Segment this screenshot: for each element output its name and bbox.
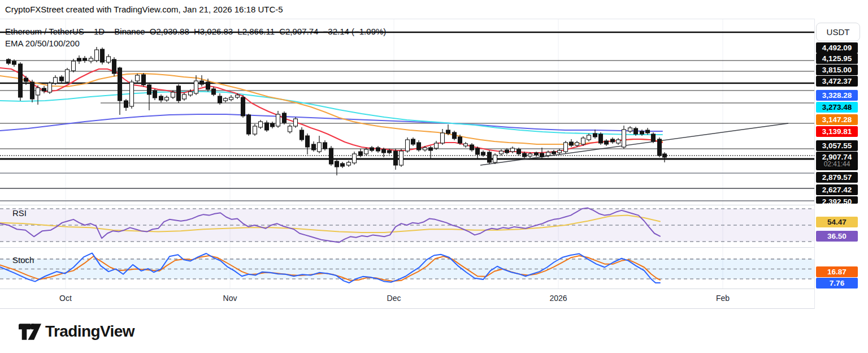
price-scale-label: 3,147.28: [816, 114, 858, 125]
price-scale-label: 7.76: [816, 278, 858, 289]
price-scale-label: 2,627.42: [816, 184, 858, 195]
currency-usdt-button[interactable]: USDT: [816, 23, 860, 41]
chart-canvas[interactable]: [0, 0, 868, 353]
axis-label-dec: Dec: [387, 294, 401, 303]
price-scale-label: 2,879.57: [816, 172, 858, 183]
price-scale[interactable]: USDT 100.00 4,492.094,125.953,815.003,47…: [814, 19, 868, 309]
tradingview-chart-screenshot: CryptoFXStreet created with TradingView.…: [0, 0, 868, 353]
stoch-pane-label[interactable]: Stoch: [12, 255, 34, 265]
ohlc-low: L2,866.11: [237, 27, 275, 36]
price-scale-label: 2,392.50: [816, 196, 858, 204]
current-price-label: 2,907.7402:41:44: [816, 152, 858, 170]
price-scale-label: 3,139.81: [816, 126, 858, 137]
ema-indicator-label[interactable]: EMA 20/50/100/200: [5, 38, 80, 48]
ohlc-high: H3,026.83: [194, 27, 233, 36]
symbol-title-row[interactable]: Ethereum / TetherUS· 1D· Binance O2,939.…: [5, 27, 388, 36]
ohlc-open: O2,939.88: [150, 27, 189, 36]
header-separator: [0, 19, 868, 19]
price-scale-label: 16.87: [816, 266, 858, 277]
price-scale-label: 3,273.48: [816, 102, 858, 113]
ohlc-close: C2,907.74: [279, 27, 318, 36]
attribution-text: CryptoFXStreet created with TradingView.…: [5, 5, 283, 14]
ohlc-change: −32.14 (−1.09%): [323, 27, 387, 36]
tradingview-logo-text: TradingView: [45, 322, 134, 341]
interval-label: 1D: [94, 27, 105, 36]
price-scale-label: 36.50: [816, 231, 858, 242]
axis-label-nov: Nov: [223, 294, 237, 303]
symbol-name: Ethereum / TetherUS: [5, 27, 84, 36]
tradingview-logo-icon: [19, 324, 41, 340]
bar-countdown: 02:41:44: [819, 161, 855, 168]
rsi-pane-label[interactable]: RSI: [12, 208, 27, 218]
price-scale-label: 3,057.55: [816, 140, 858, 151]
price-scale-label: 4,492.09: [816, 42, 858, 53]
axis-label-feb: Feb: [716, 294, 730, 303]
price-scale-label: 3,472.37: [816, 76, 858, 87]
tradingview-logo[interactable]: TradingView: [19, 322, 134, 341]
price-scale-label: 54.47: [816, 217, 858, 227]
price-scale-label: 3,328.28: [816, 90, 858, 101]
price-scale-label: 3,815.00: [816, 64, 858, 75]
axis-label-oct: Oct: [59, 294, 72, 303]
price-scale-label: 4,125.95: [816, 53, 858, 64]
exchange-label: Binance: [114, 27, 145, 36]
axis-label-2026: 2026: [549, 294, 567, 303]
